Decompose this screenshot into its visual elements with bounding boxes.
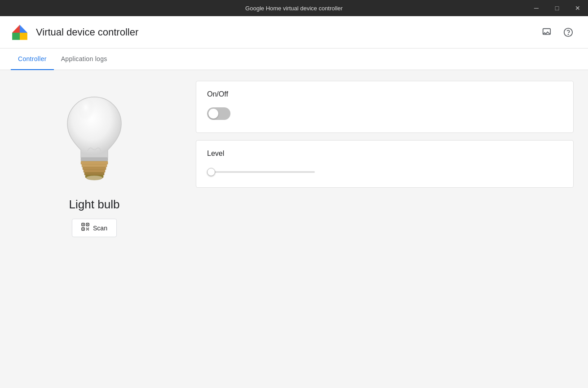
bulb-illustration	[58, 93, 130, 182]
on-off-card: On/Off	[196, 81, 574, 133]
svg-rect-19	[84, 170, 105, 172]
svg-marker-7	[12, 25, 20, 33]
right-panel: On/Off Level	[189, 70, 588, 388]
left-panel: Light bulb Scan	[0, 70, 189, 388]
app-title: Virtual device controller	[36, 26, 538, 38]
svg-rect-30	[88, 228, 89, 229]
svg-rect-29	[86, 228, 87, 229]
scan-button[interactable]: Scan	[72, 219, 117, 237]
svg-rect-18	[83, 167, 106, 170]
help-button[interactable]	[559, 23, 577, 41]
level-label: Level	[207, 150, 562, 158]
scan-button-label: Scan	[93, 225, 107, 232]
svg-rect-16	[81, 161, 108, 164]
minimize-button[interactable]: ─	[526, 0, 547, 16]
level-card: Level	[196, 140, 574, 188]
svg-point-14	[79, 99, 97, 126]
feedback-button[interactable]	[538, 23, 556, 41]
svg-marker-8	[20, 25, 27, 33]
device-name: Light bulb	[69, 198, 120, 212]
svg-rect-17	[82, 164, 107, 167]
tab-application-logs[interactable]: Application logs	[54, 48, 115, 70]
qr-icon-svg	[81, 223, 89, 231]
toggle-track	[207, 107, 230, 120]
svg-rect-24	[83, 224, 84, 225]
svg-rect-28	[83, 229, 84, 229]
feedback-icon	[542, 27, 552, 37]
close-button[interactable]: ✕	[567, 0, 588, 16]
svg-rect-15	[81, 158, 108, 161]
svg-rect-33	[87, 229, 88, 229]
svg-rect-31	[86, 229, 87, 230]
device-image	[54, 88, 135, 187]
tab-controller[interactable]: Controller	[11, 48, 54, 70]
header-icons	[538, 23, 577, 41]
svg-rect-10	[20, 33, 27, 40]
svg-rect-32	[88, 229, 89, 230]
maximize-button[interactable]: □	[547, 0, 567, 16]
help-icon	[563, 27, 573, 37]
level-slider[interactable]	[207, 171, 315, 173]
main-content: Light bulb Scan	[0, 70, 588, 388]
title-bar-title: Google Home virtual device controller	[245, 5, 343, 12]
svg-rect-26	[87, 224, 88, 225]
app-header: Virtual device controller	[0, 16, 588, 48]
svg-rect-20	[84, 172, 104, 175]
on-off-toggle[interactable]	[207, 107, 230, 120]
svg-point-22	[86, 176, 102, 180]
svg-rect-9	[12, 33, 20, 40]
app-logo	[11, 23, 29, 41]
title-bar: Google Home virtual device controller ─ …	[0, 0, 588, 16]
toggle-thumb	[208, 109, 218, 119]
on-off-label: On/Off	[207, 90, 562, 98]
tabs-bar: Controller Application logs	[0, 48, 588, 70]
qr-code-icon	[81, 223, 89, 233]
title-bar-controls: ─ □ ✕	[526, 0, 588, 16]
